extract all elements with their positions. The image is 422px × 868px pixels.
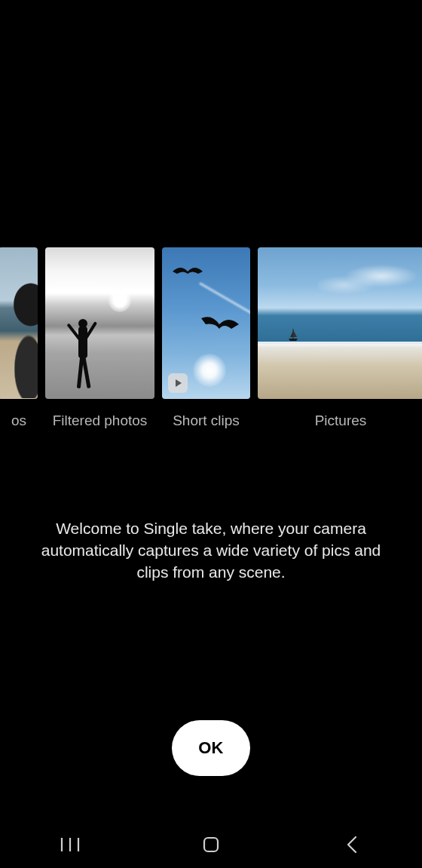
beach-sailboat-scene-icon [258,247,422,399]
carousel-item-filtered-photos[interactable]: Filtered photos [45,247,154,432]
carousel-item-short-clips[interactable]: Short clips [162,247,250,432]
nav-home-button[interactable] [166,827,256,863]
svg-rect-3 [204,838,218,851]
welcome-text: Welcome to Single take, where your camer… [30,517,392,583]
ok-button[interactable]: OK [172,720,250,776]
thumbnail-photo[interactable] [0,247,38,399]
back-icon [344,835,359,854]
nav-back-button[interactable] [307,827,397,863]
carousel-label: Short clips [173,413,240,429]
thumbnail-picture[interactable] [258,247,422,399]
bw-beach-scene-icon [45,247,154,399]
sky-birds-scene-icon [162,247,250,399]
home-icon [200,834,222,855]
thumbnail-video[interactable] [162,247,250,399]
carousel-item-partial[interactable]: os [0,247,38,432]
beach-scene-icon [0,247,38,399]
screen: os Filtered photos [0,0,422,868]
nav-recents-button[interactable] [25,827,115,863]
recents-icon [60,836,81,854]
feature-carousel[interactable]: os Filtered photos [0,247,422,432]
carousel-label: os [11,413,26,429]
carousel-item-pictures[interactable]: Pictures [258,247,422,432]
play-icon [168,373,188,393]
carousel-label: Pictures [315,413,367,429]
system-nav-bar [0,821,422,868]
carousel-label: Filtered photos [53,413,148,429]
thumbnail-filtered-photo[interactable] [45,247,154,399]
